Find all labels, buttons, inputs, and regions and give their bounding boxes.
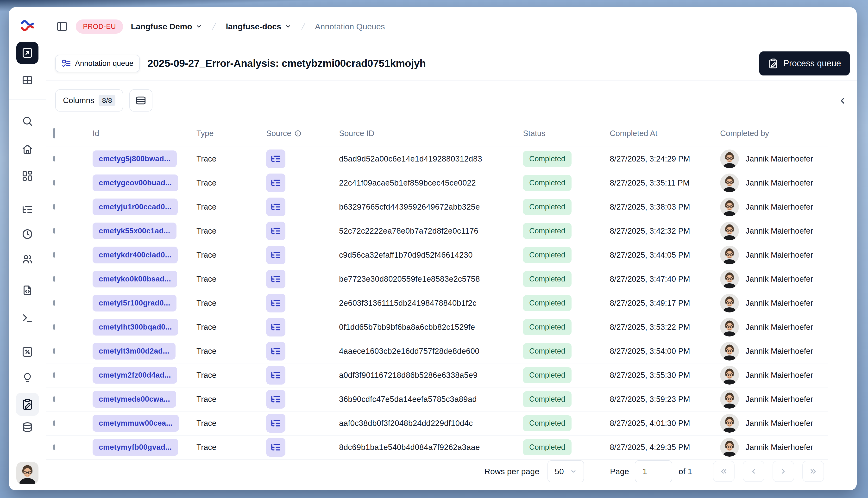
row-source-link[interactable] xyxy=(266,294,285,313)
sidebar-item-playground[interactable] xyxy=(22,313,33,324)
row-type: Trace xyxy=(196,371,266,380)
row-source-link[interactable] xyxy=(266,173,285,192)
list-tree-icon xyxy=(271,178,281,188)
row-id-link[interactable]: cmetyko0k00bsad... xyxy=(93,271,177,287)
row-status-badge: Completed xyxy=(523,175,571,191)
sidebar-item-users[interactable] xyxy=(22,253,33,265)
row-checkbox[interactable] xyxy=(53,204,55,210)
row-id-link[interactable]: cmetyl5r100grad0... xyxy=(93,295,177,312)
row-source-id: be7723e30d8020559fe1e8583e2c5758 xyxy=(339,274,523,284)
row-source-link[interactable] xyxy=(266,149,285,168)
sidebar-item-datasets[interactable] xyxy=(22,422,33,433)
last-page-button[interactable] xyxy=(802,461,824,482)
columns-label: Columns xyxy=(63,96,94,105)
row-id-link[interactable]: cmetylt3m00d2ad... xyxy=(93,343,176,359)
table-row: cmetygeov00buad... Trace 22c41f09acae5b1… xyxy=(46,171,828,195)
user-avatar[interactable] xyxy=(16,462,38,484)
columns-button[interactable]: Columns 8/8 xyxy=(55,89,123,112)
annotation-queue-table: Id Type Source Source ID Status Complete… xyxy=(46,120,828,460)
sidebar-item-home[interactable] xyxy=(22,143,33,155)
row-type: Trace xyxy=(196,202,266,211)
list-tree-icon xyxy=(271,442,281,453)
previous-page-button[interactable] xyxy=(743,461,764,482)
sidebar-item-search[interactable] xyxy=(22,115,33,127)
row-checkbox[interactable] xyxy=(53,276,55,282)
row-checkbox[interactable] xyxy=(53,324,55,330)
row-id-link[interactable]: cmetykdr400ciad0... xyxy=(93,247,178,263)
list-tree-icon xyxy=(271,154,281,164)
row-checkbox[interactable] xyxy=(53,252,55,258)
row-checkbox[interactable] xyxy=(53,180,55,185)
sidebar-item-grid-view[interactable] xyxy=(22,75,33,86)
lightbulb-icon xyxy=(22,372,33,384)
row-checkbox[interactable] xyxy=(53,348,55,354)
row-source-id: d5ad9d52a00c6e14e1d4192880312d83 xyxy=(339,154,523,163)
langfuse-logo-icon[interactable] xyxy=(20,19,35,32)
avatar xyxy=(720,270,739,288)
users-icon xyxy=(22,253,33,265)
sidebar-item-tracing[interactable] xyxy=(22,204,33,215)
row-id-link[interactable]: cmetymmuw00cea... xyxy=(93,415,179,432)
row-completed-by: Jannik Maierhoefer xyxy=(720,342,828,361)
row-checkbox[interactable] xyxy=(53,372,55,378)
row-id-link[interactable]: cmetyg5j800bwad... xyxy=(93,150,177,167)
row-source-link[interactable] xyxy=(266,318,285,337)
row-id-link[interactable]: cmetyju1r00ccad0... xyxy=(93,198,178,215)
sidebar-toggle-button[interactable] xyxy=(56,21,68,32)
collapse-panel-button[interactable] xyxy=(838,96,847,106)
row-source-link[interactable] xyxy=(266,222,285,240)
environment-badge[interactable]: PROD-EU xyxy=(76,19,123,34)
rows-per-page-select[interactable]: 50 xyxy=(547,460,584,482)
row-id-link[interactable]: cmetym2fz00d4ad... xyxy=(93,367,177,384)
row-source-link[interactable] xyxy=(266,438,285,457)
select-all-checkbox[interactable] xyxy=(53,128,55,139)
row-source-link[interactable] xyxy=(266,270,285,288)
avatar xyxy=(720,173,739,192)
chevrons-left-icon xyxy=(720,467,728,476)
row-checkbox[interactable] xyxy=(53,156,55,161)
row-id-link[interactable]: cmetyk55x00c1ad... xyxy=(93,223,177,239)
row-type: Trace xyxy=(196,346,266,356)
avatar-photo xyxy=(16,462,38,484)
row-source-link[interactable] xyxy=(266,414,285,433)
sidebar-item-annotation-queues[interactable] xyxy=(16,393,39,416)
page-number-input[interactable] xyxy=(635,460,672,482)
sidebar-item-insights[interactable] xyxy=(22,372,33,384)
row-height-button[interactable] xyxy=(129,89,153,112)
list-tree-icon xyxy=(271,250,281,260)
next-page-button[interactable] xyxy=(773,461,794,482)
row-completed-at: 8/27/2025, 3:38:03 PM xyxy=(610,202,720,211)
avatar xyxy=(720,390,739,409)
row-source-link[interactable] xyxy=(266,198,285,216)
project-switcher[interactable]: langfuse-docs xyxy=(226,22,291,31)
clipboard-pen-icon xyxy=(768,58,779,69)
row-id-link[interactable]: cmetylht300bqad0... xyxy=(93,319,178,336)
row-completed-by-name: Jannik Maierhoefer xyxy=(746,154,813,163)
row-checkbox[interactable] xyxy=(53,300,55,306)
row-status-badge: Completed xyxy=(523,440,571,455)
sidebar-item-sessions[interactable] xyxy=(22,228,33,240)
row-id-link[interactable]: cmetymeds00cwa... xyxy=(93,391,176,408)
sidebar-item-evaluation[interactable] xyxy=(22,346,33,358)
row-source-link[interactable] xyxy=(266,246,285,264)
row-checkbox[interactable] xyxy=(53,228,55,234)
sidebar-item-prompts[interactable] xyxy=(22,285,33,296)
chevrons-right-icon xyxy=(809,467,817,476)
process-queue-button[interactable]: Process queue xyxy=(759,51,850,76)
row-source-link[interactable] xyxy=(266,390,285,409)
column-header-completed-by: Completed by xyxy=(720,129,828,138)
row-source-link[interactable] xyxy=(266,366,285,384)
row-checkbox[interactable] xyxy=(53,444,55,450)
row-checkbox[interactable] xyxy=(53,396,55,402)
row-checkbox[interactable] xyxy=(53,420,55,426)
row-status-badge: Completed xyxy=(523,223,571,239)
sidebar-item-dashboard[interactable] xyxy=(22,170,33,182)
table-row: cmetylht300bqad0... Trace 0f1dd65b7bb9bf… xyxy=(46,315,828,339)
open-external-button[interactable] xyxy=(16,42,38,64)
org-switcher[interactable]: Langfuse Demo xyxy=(131,22,202,31)
row-id-link[interactable]: cmetymyfb00gvad... xyxy=(93,439,178,456)
row-source-link[interactable] xyxy=(266,342,285,361)
row-completed-at: 8/27/2025, 3:42:32 PM xyxy=(610,226,720,236)
first-page-button[interactable] xyxy=(713,461,735,482)
row-id-link[interactable]: cmetygeov00buad... xyxy=(93,174,178,191)
